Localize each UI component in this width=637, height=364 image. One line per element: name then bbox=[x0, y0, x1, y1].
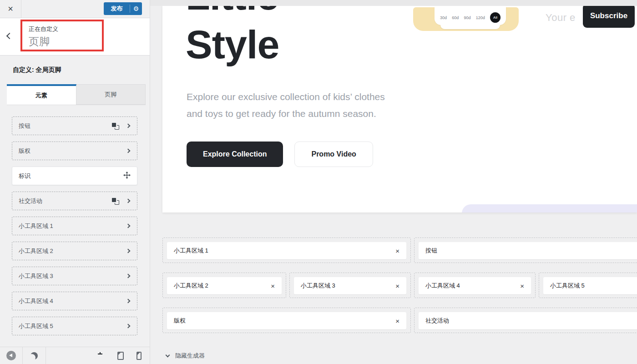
sidebar-element-item[interactable]: 版权 bbox=[12, 142, 137, 160]
builder-row: 小工具区域 1×按钮 bbox=[162, 238, 637, 263]
tab-elements[interactable]: 元素 bbox=[7, 84, 76, 105]
close-customizer-button[interactable]: × bbox=[0, 0, 21, 18]
move-icon[interactable] bbox=[123, 172, 131, 181]
sidebar-footer-bar bbox=[0, 347, 150, 364]
builder-widget-card[interactable]: 小工具区域 2× bbox=[167, 277, 282, 294]
remove-widget-icon[interactable]: × bbox=[395, 283, 399, 289]
panel-header: 正在自定义 页脚 bbox=[0, 18, 150, 56]
range-chip[interactable]: 30d bbox=[440, 15, 447, 20]
collapse-sidebar-button[interactable] bbox=[0, 351, 22, 360]
publish-settings-gear-icon[interactable]: ⚙ bbox=[130, 5, 142, 12]
subscribe-button[interactable]: Subscribe bbox=[583, 5, 635, 28]
email-input[interactable]: Your e bbox=[546, 12, 576, 24]
widget-label: 小工具区域 4 bbox=[425, 282, 520, 290]
range-chip[interactable]: 60d bbox=[452, 15, 459, 20]
builder-widget-card[interactable]: 小工具区域 1× bbox=[167, 242, 406, 259]
remove-widget-icon[interactable]: × bbox=[520, 283, 524, 289]
remove-widget-icon[interactable]: × bbox=[271, 283, 275, 289]
builder-widget-card[interactable]: 小工具区域 4× bbox=[419, 277, 531, 294]
chevron-right-icon bbox=[126, 224, 131, 228]
customizer-sidebar: × 发布 ⚙ 正在自定义 页脚 自定义: 全局页脚 元素 页脚 按钮版权标识社交… bbox=[0, 0, 150, 364]
builder-widget-card[interactable]: 小工具区域 3× bbox=[294, 277, 406, 294]
chevron-right-icon bbox=[126, 199, 131, 203]
widget-label: 小工具区域 3 bbox=[301, 282, 395, 290]
element-label: 版权 bbox=[19, 147, 126, 155]
red-highlight-box: 正在自定义 页脚 bbox=[20, 20, 104, 51]
builder-widget-block: 小工具区域 1× bbox=[162, 238, 411, 263]
chevron-right-icon bbox=[126, 274, 131, 278]
hero-heading: Little Style bbox=[186, 5, 279, 69]
customizing-title: 页脚 bbox=[29, 35, 102, 49]
explore-collection-button[interactable]: Explore Collection bbox=[187, 142, 283, 167]
sidebar-element-item[interactable]: 小工具区域 5 bbox=[12, 317, 137, 335]
promo-video-button[interactable]: Promo Video bbox=[294, 142, 373, 167]
element-label: 小工具区域 2 bbox=[19, 247, 126, 255]
builder-widget-card[interactable]: 版权× bbox=[167, 312, 406, 329]
tablet-preview-icon[interactable] bbox=[117, 352, 124, 360]
builder-widget-block: 版权× bbox=[162, 308, 411, 333]
tab-bar: 元素 页脚 bbox=[7, 84, 146, 105]
builder-row: 小工具区域 2×小工具区域 3×小工具区域 4×小工具区域 5 bbox=[162, 273, 637, 298]
element-label: 小工具区域 3 bbox=[19, 272, 126, 280]
widget-label: 社交活动 bbox=[425, 317, 637, 325]
duplicate-icon[interactable] bbox=[112, 197, 119, 205]
hero-paragraph: Explore our exclusive collection of kids… bbox=[187, 88, 400, 122]
builder-widget-card[interactable]: 按钮 bbox=[419, 242, 637, 259]
moon-icon bbox=[30, 352, 38, 359]
device-preview-switcher bbox=[46, 352, 150, 360]
next-section-peek bbox=[462, 204, 637, 212]
tab-footer[interactable]: 页脚 bbox=[76, 84, 146, 105]
hero-heading-line1: Little bbox=[186, 5, 279, 20]
builder-widget-block: 按钮 bbox=[414, 238, 637, 263]
elements-list: 按钮版权标识社交活动小工具区域 1小工具区域 2小工具区域 3小工具区域 4小工… bbox=[12, 116, 137, 342]
stacked-card-edge bbox=[440, 25, 500, 29]
close-icon: × bbox=[8, 4, 13, 14]
desktop-preview-icon[interactable] bbox=[96, 352, 105, 359]
range-chip[interactable]: 90d bbox=[464, 15, 471, 20]
widget-label: 版权 bbox=[174, 317, 395, 325]
element-label: 小工具区域 5 bbox=[19, 322, 126, 330]
site-preview: Little Style Explore our exclusive colle… bbox=[150, 0, 637, 364]
customizer-topbar: × 发布 ⚙ bbox=[0, 0, 150, 18]
builder-widget-block: 小工具区域 4× bbox=[414, 273, 536, 298]
range-chip-all[interactable]: All bbox=[490, 12, 500, 23]
date-range-card: 30d60d90d120dAll bbox=[435, 5, 506, 25]
chevron-right-icon bbox=[126, 249, 131, 253]
sidebar-element-item[interactable]: 小工具区域 2 bbox=[12, 242, 137, 260]
remove-widget-icon[interactable]: × bbox=[395, 248, 399, 254]
widget-label: 小工具区域 5 bbox=[550, 282, 637, 290]
element-label: 按钮 bbox=[19, 122, 112, 130]
builder-widget-card[interactable]: 小工具区域 5 bbox=[543, 277, 637, 294]
element-label: 社交活动 bbox=[19, 197, 112, 205]
sidebar-element-item[interactable]: 标识 bbox=[12, 167, 137, 185]
mobile-preview-icon[interactable] bbox=[136, 352, 142, 360]
publish-label: 发布 bbox=[104, 5, 130, 13]
widget-label: 小工具区域 1 bbox=[174, 247, 395, 255]
element-label: 标识 bbox=[19, 172, 123, 180]
widget-label: 小工具区域 2 bbox=[174, 282, 271, 290]
remove-widget-icon[interactable]: × bbox=[395, 318, 399, 324]
chevron-right-icon bbox=[126, 124, 131, 128]
builder-widget-card[interactable]: 社交活动 bbox=[419, 312, 637, 329]
publish-button[interactable]: 发布 ⚙ bbox=[104, 2, 142, 15]
builder-widget-block: 小工具区域 5 bbox=[539, 273, 637, 298]
range-chip[interactable]: 120d bbox=[476, 15, 485, 20]
chevron-right-icon bbox=[126, 324, 131, 329]
dark-mode-toggle[interactable] bbox=[23, 352, 46, 359]
sidebar-element-item[interactable]: 社交活动 bbox=[12, 192, 137, 210]
back-chevron-icon[interactable] bbox=[6, 33, 13, 39]
sidebar-element-item[interactable]: 小工具区域 4 bbox=[12, 292, 137, 310]
element-label: 小工具区域 4 bbox=[19, 297, 126, 305]
section-heading: 自定义: 全局页脚 bbox=[13, 66, 61, 74]
duplicate-icon[interactable] bbox=[112, 122, 119, 130]
sidebar-element-item[interactable]: 小工具区域 3 bbox=[12, 267, 137, 285]
hero-heading-line2: Style bbox=[186, 20, 279, 69]
hide-builder-toggle[interactable]: 隐藏生成器 bbox=[166, 352, 205, 360]
widget-label: 按钮 bbox=[425, 247, 637, 255]
element-label: 小工具区域 1 bbox=[19, 222, 126, 230]
builder-row: 版权×社交活动 bbox=[162, 308, 637, 333]
sidebar-element-item[interactable]: 小工具区域 1 bbox=[12, 217, 137, 235]
footer-builder-area: 小工具区域 1×按钮小工具区域 2×小工具区域 3×小工具区域 4×小工具区域 … bbox=[150, 212, 637, 364]
sidebar-element-item[interactable]: 按钮 bbox=[12, 116, 137, 135]
customizing-label: 正在自定义 bbox=[29, 25, 102, 33]
